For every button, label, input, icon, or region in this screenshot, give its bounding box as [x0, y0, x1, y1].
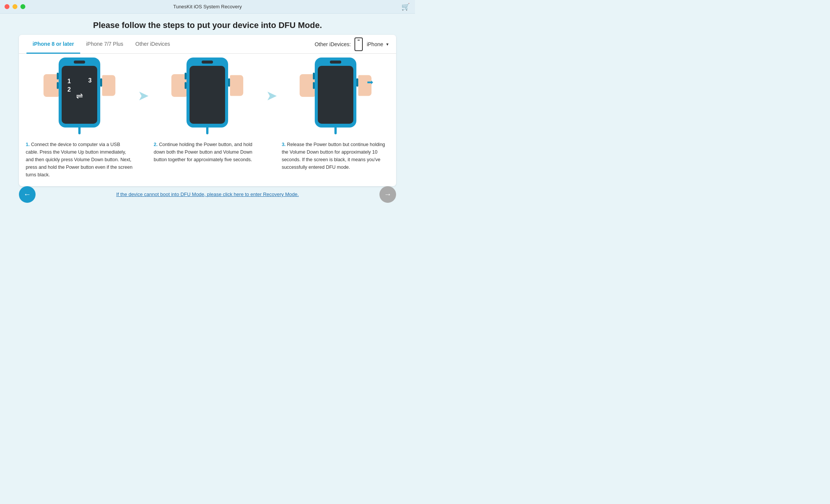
- phone-body-2: [187, 58, 228, 128]
- power-button-2: [228, 78, 230, 87]
- hand-right-2: [230, 75, 243, 96]
- tab-iphone8[interactable]: iPhone 8 or later: [26, 35, 80, 54]
- usb-icon: ⇌: [76, 91, 83, 101]
- step-1-container: 12 3 ⇌ 1. Connect the device to computer…: [23, 58, 136, 179]
- chevron-down-icon[interactable]: ▾: [386, 42, 389, 47]
- volume-up-button-2: [185, 73, 187, 79]
- recovery-mode-link[interactable]: If the device cannot boot into DFU Mode,…: [116, 191, 299, 197]
- step-screen-label-1: 12: [67, 77, 71, 94]
- minimize-button[interactable]: [12, 4, 17, 9]
- other-devices-selector: Other iDevices: iPhone ▾: [315, 37, 389, 51]
- device-name-label: iPhone: [367, 41, 383, 47]
- next-arrow-icon-2: ➤: [266, 88, 277, 104]
- hand-left-1: [44, 74, 59, 97]
- hand-left-3: [300, 74, 315, 97]
- power-button-3: [356, 78, 358, 87]
- phone-screen-1: 12 3 ⇌: [62, 66, 97, 124]
- window-title: TunesKit iOS System Recovery: [173, 4, 242, 9]
- step-2-container: 2. Continue holding the Power button, an…: [151, 58, 264, 163]
- steps-area: 12 3 ⇌ 1. Connect the device to computer…: [19, 54, 396, 179]
- phone-diagram-1: 12 3 ⇌: [47, 58, 112, 137]
- step-3-container: ➡ 3. Release the Power button but contin…: [279, 58, 392, 171]
- arrow-1: ➤: [136, 58, 151, 104]
- step-3-description: 3. Release the Power button but continue…: [279, 141, 392, 171]
- page-title: Please follow the steps to put your devi…: [0, 14, 415, 35]
- phone-connector-3: [334, 127, 337, 134]
- title-bar: TunesKit iOS System Recovery 🛒: [0, 0, 415, 14]
- step-1-number-label: 1.: [26, 142, 30, 147]
- phone-notch-3: [330, 61, 341, 64]
- bottom-bar: ← If the device cannot boot into DFU Mod…: [0, 186, 415, 202]
- step-2-description: 2. Continue holding the Power button, an…: [151, 141, 264, 163]
- back-arrow-icon: ←: [23, 190, 31, 199]
- step-2-text: Continue holding the Power button, and h…: [154, 142, 252, 162]
- next-arrow-icon: →: [384, 190, 392, 199]
- power-button: [100, 78, 102, 87]
- phone-diagram-3: ➡: [303, 58, 368, 137]
- hand-right-1: [102, 75, 115, 96]
- step-3-number-label: 3.: [282, 142, 286, 147]
- maximize-button[interactable]: [20, 4, 25, 9]
- other-devices-label: Other iDevices:: [315, 41, 351, 47]
- step-1-text: Connect the device to computer via a USB…: [26, 142, 132, 177]
- cart-icon[interactable]: 🛒: [401, 3, 410, 11]
- volume-down-button-3: [313, 82, 315, 89]
- volume-down-button: [57, 82, 59, 89]
- phone-connector-2: [206, 127, 208, 134]
- phone-body-1: 12 3 ⇌: [59, 58, 100, 128]
- release-arrow-icon: ➡: [367, 78, 373, 87]
- step-2-number-label: 2.: [154, 142, 157, 147]
- phone-notch-1: [74, 61, 85, 64]
- close-button[interactable]: [5, 4, 9, 9]
- device-icon: [354, 37, 363, 51]
- phone-diagram-2: [175, 58, 239, 137]
- volume-down-button-2: [185, 82, 187, 89]
- hand-left-2: [171, 74, 187, 97]
- phone-screen-2: [190, 66, 225, 124]
- step-1-description: 1. Connect the device to computer via a …: [23, 141, 136, 179]
- content-box: iPhone 8 or later iPhone 7/7 Plus Other …: [19, 35, 396, 186]
- step-screen-label-3: 3: [88, 77, 92, 84]
- volume-up-button: [57, 73, 59, 79]
- tab-iphone7[interactable]: iPhone 7/7 Plus: [80, 35, 129, 54]
- volume-up-button-3: [313, 73, 315, 79]
- phone-body-3: [315, 58, 356, 128]
- next-button[interactable]: →: [379, 186, 396, 203]
- phone-notch-2: [202, 61, 213, 64]
- window-controls: [5, 4, 25, 9]
- phone-screen-3: [318, 66, 353, 124]
- back-button[interactable]: ←: [19, 186, 36, 203]
- phone-connector-1: [78, 127, 81, 134]
- tab-other[interactable]: Other iDevices: [129, 35, 176, 54]
- tabs-row: iPhone 8 or later iPhone 7/7 Plus Other …: [19, 35, 396, 54]
- next-arrow-icon-1: ➤: [138, 88, 149, 104]
- arrow-2: ➤: [264, 58, 279, 104]
- step-3-text: Release the Power button but continue ho…: [282, 142, 385, 170]
